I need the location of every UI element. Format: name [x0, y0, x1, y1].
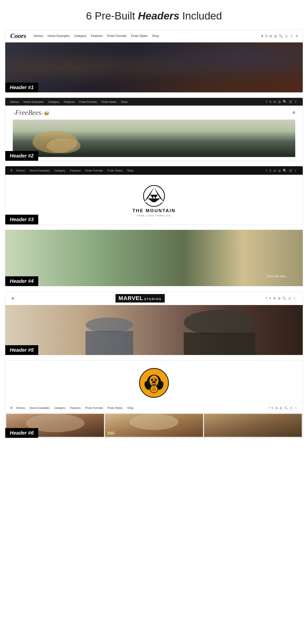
nav-home[interactable]: Home Examples — [30, 169, 50, 172]
h5-hero-image — [5, 305, 303, 355]
search-icon[interactable]: 🔍 — [283, 100, 287, 104]
nav-features[interactable]: Features — [70, 406, 81, 409]
nav-link-home[interactable]: Home Examples — [48, 34, 70, 38]
facebook-icon[interactable]: f — [266, 100, 267, 104]
marvel-logo: MARVEL STUDIOS — [115, 294, 165, 302]
h4-label: Header #4 — [5, 276, 38, 286]
twitter-icon[interactable]: 𝕏 — [269, 100, 271, 104]
moon-icon[interactable]: ☾ — [295, 406, 298, 410]
moon-icon[interactable]: ☾ — [294, 296, 296, 300]
svg-rect-0 — [5, 42, 303, 92]
cart-icon[interactable]: 🛒 — [285, 34, 289, 38]
linkedin-icon[interactable]: in — [269, 34, 272, 38]
linkedin-icon[interactable]: in — [273, 296, 276, 300]
search-icon[interactable]: 🔍 — [283, 169, 287, 172]
svg-rect-40 — [204, 414, 302, 437]
h6-hero-strip: Cool — [5, 413, 303, 438]
instagram-icon[interactable]: ◎ — [280, 406, 282, 410]
linkedin-icon[interactable]: in — [273, 169, 276, 172]
nav-posts-styles[interactable]: Posts Styles — [101, 100, 117, 103]
h6-hamburger[interactable]: ≡ — [10, 406, 13, 410]
h6-logo-area — [5, 360, 303, 403]
nav-posts-formats[interactable]: Posts Formats — [79, 100, 97, 103]
studios-word: STUDIOS — [144, 298, 162, 300]
h6-label: Header #6 — [5, 428, 38, 438]
h1-hero-image — [5, 42, 303, 92]
nav-home[interactable]: Home Examples — [30, 406, 50, 409]
h5-top-bar: ≡ MARVEL STUDIOS f 𝕏 in ◎ 🔍 🛒 ☾ — [5, 292, 303, 305]
svg-rect-24 — [184, 332, 255, 355]
h5-social-icons: f 𝕏 in ◎ 🔍 🛒 ☾ — [266, 296, 296, 300]
nav-link-demos[interactable]: Demos — [34, 34, 43, 38]
header-block-6: ≡ Demos Home Examples Category Features … — [5, 360, 303, 438]
h5-hamburger[interactable]: ≡ — [12, 296, 14, 301]
nav-home[interactable]: Home Examples — [24, 100, 44, 103]
nav-link-category[interactable]: Category — [74, 34, 86, 38]
svg-point-3 — [47, 138, 81, 153]
search-icon[interactable]: 🔍 — [284, 406, 288, 410]
twitter-icon[interactable]: 𝕏 — [271, 406, 273, 410]
nav-demos[interactable]: Demos — [16, 169, 25, 172]
h2-hero-image — [13, 120, 295, 157]
nav-posts-styles[interactable]: Posts Styles — [107, 169, 123, 172]
h1-logo: Coors — [10, 32, 26, 40]
nav-posts-styles[interactable]: Posts Styles — [107, 406, 123, 409]
nav-shop[interactable]: Shop — [121, 100, 127, 103]
menu-icon[interactable]: ≡ — [296, 34, 298, 38]
h3-center-logo: THE MOUNTAIN FREE LOGO TEMPLATE — [5, 175, 303, 224]
instagram-icon[interactable]: ◎ — [278, 169, 281, 172]
nav-shop[interactable]: Shop — [127, 169, 133, 172]
nav-category[interactable]: Category — [54, 169, 66, 172]
header-block-3: ≡ Demos Home Examples Category Features … — [5, 166, 303, 225]
moon-icon[interactable]: ☾ — [291, 34, 294, 38]
moon-icon[interactable]: ☾ — [295, 169, 298, 172]
h6-hero-tag: Cool — [107, 431, 115, 435]
search-icon[interactable]: 🔍 — [282, 296, 286, 300]
nav-shop[interactable]: Shop — [127, 406, 133, 409]
nav-posts-formats[interactable]: Posts Formats — [85, 169, 103, 172]
nav-posts-formats[interactable]: Posts Formats — [85, 406, 103, 409]
cart-icon[interactable]: 🛒 — [289, 169, 293, 172]
svg-point-23 — [184, 310, 255, 335]
mountain-logo-svg — [139, 185, 169, 207]
linkedin-icon[interactable]: in — [273, 100, 276, 104]
moon-icon[interactable]: ☾ — [295, 100, 298, 104]
header-block-4: f 𝕏 in ◎ ROCK MOUNTAIN — [5, 230, 303, 286]
nav-demos[interactable]: Demos — [10, 100, 19, 103]
nav-features[interactable]: Features — [64, 100, 75, 103]
search-icon[interactable]: 🔍 — [279, 34, 283, 38]
twitter-icon[interactable]: 𝕏 — [269, 169, 271, 172]
header-block-5: ≡ MARVEL STUDIOS f 𝕏 in ◎ 🔍 🛒 ☾ — [5, 291, 303, 355]
cart-icon[interactable]: 🛒 — [290, 406, 293, 410]
cart-icon[interactable]: 🛒 — [289, 100, 293, 104]
instagram-icon[interactable]: ◎ — [274, 34, 277, 38]
instagram-icon[interactable]: ◎ — [278, 296, 280, 300]
nav-demos[interactable]: Demos — [16, 406, 25, 409]
svg-rect-20 — [5, 305, 303, 355]
h3-top-icons: f 𝕏 in ◎ 🔍 🛒 ☾ — [266, 169, 298, 172]
nav-link-posts-styles[interactable]: Posts Styles — [131, 34, 147, 38]
nav-link-shop[interactable]: Shop — [152, 34, 159, 38]
h1-nav-icons: f 𝕏 in ◎ 🔍 🛒 ☾ ≡ — [261, 34, 298, 38]
cart-icon[interactable]: 🛒 — [288, 296, 292, 300]
facebook-icon[interactable]: f — [268, 406, 269, 409]
svg-rect-22 — [85, 331, 133, 355]
facebook-icon[interactable]: f — [261, 34, 263, 38]
facebook-icon[interactable]: f — [266, 169, 267, 172]
nav-features[interactable]: Features — [70, 169, 81, 172]
svg-rect-19 — [5, 230, 303, 286]
h3-hamburger[interactable]: ≡ — [10, 168, 13, 173]
facebook-icon[interactable]: f — [266, 296, 267, 300]
nav-link-features[interactable]: Features — [91, 34, 102, 38]
twitter-icon[interactable]: 𝕏 — [265, 34, 267, 38]
nav-category[interactable]: Category — [48, 100, 60, 103]
header-block-1: Coors Demos Home Examples Category Featu… — [5, 30, 303, 92]
h3-label: Header #3 — [5, 215, 38, 224]
nav-category[interactable]: Category — [54, 406, 66, 409]
instagram-icon[interactable]: ◎ — [278, 100, 281, 104]
nav-link-posts-formats[interactable]: Posts Formats — [107, 34, 126, 38]
twitter-icon[interactable]: 𝕏 — [269, 296, 271, 300]
h2-hamburger[interactable]: ≡ — [292, 110, 295, 115]
mountain-logo-text: THE MOUNTAIN — [132, 208, 176, 214]
linkedin-icon[interactable]: in — [275, 406, 278, 409]
